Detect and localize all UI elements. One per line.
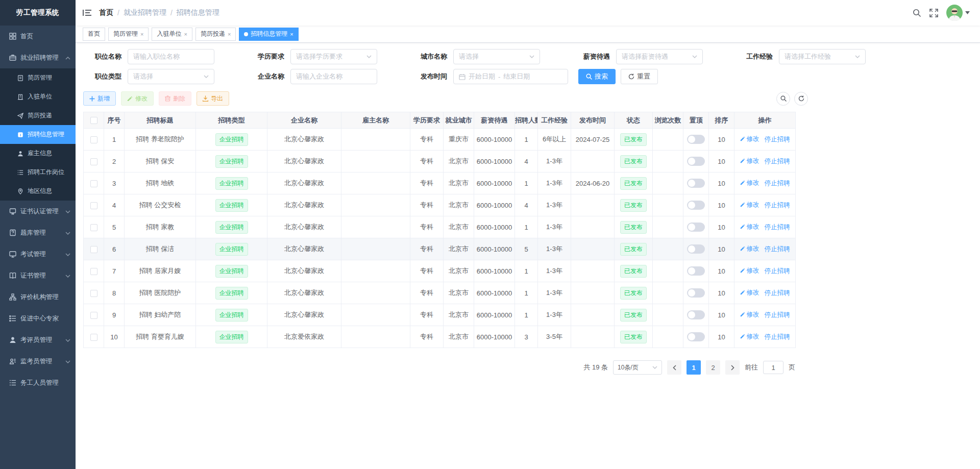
page-button-2[interactable]: 2 [706, 360, 720, 375]
row-checkbox[interactable] [90, 268, 97, 275]
tab-active[interactable]: 招聘信息管理× [239, 28, 298, 41]
edit-link[interactable]: 修改 [740, 310, 760, 319]
edit-link[interactable]: 修改 [740, 332, 760, 341]
row-select-cell [84, 238, 104, 260]
education-select[interactable]: 请选择学历要求 [290, 49, 377, 64]
top-toggle[interactable] [687, 288, 705, 298]
page-button-1[interactable]: 1 [687, 360, 701, 375]
top-toggle[interactable] [687, 332, 705, 341]
stop-recruiting-link[interactable]: 停止招聘 [765, 135, 790, 144]
sidebar-subitem[interactable]: 简历管理 [0, 68, 76, 87]
close-icon[interactable]: × [228, 31, 231, 37]
edit-link[interactable]: 修改 [740, 201, 760, 209]
row-checkbox[interactable] [90, 290, 97, 297]
next-page-button[interactable] [725, 360, 740, 375]
edit-link[interactable]: 修改 [740, 288, 760, 297]
sidebar-subitem[interactable]: 简历投递 [0, 106, 76, 125]
sidebar-subitem[interactable]: 招聘工作岗位 [0, 163, 76, 182]
cell-top [683, 304, 709, 326]
column-header: 雇主名称 [341, 112, 410, 129]
select-all-checkbox[interactable] [90, 117, 97, 124]
top-toggle[interactable] [687, 244, 705, 254]
tab-item[interactable]: 首页 [83, 28, 105, 41]
stop-recruiting-link[interactable]: 停止招聘 [765, 289, 790, 298]
goto-page-input[interactable]: 1 [763, 361, 783, 374]
toggle-search-icon[interactable] [776, 92, 790, 106]
stop-recruiting-link[interactable]: 停止招聘 [765, 267, 790, 276]
filter-label: 发布时间 [409, 72, 447, 81]
salary-select[interactable]: 请选择薪资待遇 [616, 49, 703, 64]
add-button[interactable]: 新增 [83, 91, 116, 106]
sidebar-item[interactable]: 考评员管理 [0, 329, 76, 351]
close-icon[interactable]: × [184, 31, 187, 37]
experience-select[interactable]: 请选择工作经验 [779, 49, 866, 64]
cell-index: 5 [104, 216, 125, 238]
sidebar-item[interactable]: 证书管理 [0, 265, 76, 286]
refresh-table-icon[interactable] [794, 92, 808, 106]
position-type-select[interactable]: 请选择 [128, 69, 214, 84]
export-button[interactable]: 导出 [197, 91, 229, 106]
sidebar-item[interactable]: 考试管理 [0, 243, 76, 265]
tab-item[interactable]: 简历管理× [108, 28, 149, 41]
sidebar-item[interactable]: 证书认证管理 [0, 201, 76, 222]
stop-recruiting-link[interactable]: 停止招聘 [765, 311, 790, 319]
edit-link[interactable]: 修改 [740, 223, 760, 231]
edit-button[interactable]: 修改 [121, 91, 154, 106]
publish-time-range[interactable]: 开始日期 - 结束日期 [453, 69, 568, 84]
edit-link[interactable]: 修改 [740, 266, 760, 275]
prev-page-button[interactable] [667, 360, 681, 375]
sidebar-subitem[interactable]: 地区信息 [0, 182, 76, 201]
sidebar-item[interactable]: 促进中心专家 [0, 308, 76, 329]
sidebar-item[interactable]: 就业招聘管理 [0, 47, 76, 68]
sidebar-item[interactable]: 题库管理 [0, 222, 76, 243]
row-checkbox[interactable] [90, 180, 97, 187]
close-icon[interactable]: × [290, 31, 293, 37]
user-menu[interactable] [946, 5, 970, 21]
edit-link[interactable]: 修改 [740, 179, 760, 187]
search-icon[interactable] [913, 9, 921, 17]
row-checkbox[interactable] [90, 246, 97, 253]
tab-item[interactable]: 入驻单位× [152, 28, 192, 41]
sidebar-item[interactable]: 评价机构管理 [0, 286, 76, 308]
stop-recruiting-link[interactable]: 停止招聘 [765, 333, 790, 341]
city-select[interactable]: 请选择 [453, 49, 540, 64]
row-checkbox[interactable] [90, 312, 97, 319]
fullscreen-icon[interactable] [929, 9, 938, 17]
top-toggle[interactable] [687, 157, 705, 166]
stop-recruiting-link[interactable]: 停止招聘 [765, 223, 790, 232]
sidebar-subitem[interactable]: i招聘信息管理 [0, 125, 76, 144]
delete-button[interactable]: 删除 [159, 91, 191, 106]
row-checkbox[interactable] [90, 334, 97, 341]
stop-recruiting-link[interactable]: 停止招聘 [765, 179, 790, 188]
close-icon[interactable]: × [140, 31, 143, 37]
stop-recruiting-link[interactable]: 停止招聘 [765, 245, 790, 254]
stop-recruiting-link[interactable]: 停止招聘 [765, 157, 790, 166]
edit-link[interactable]: 修改 [740, 157, 760, 165]
row-checkbox[interactable] [90, 136, 97, 143]
row-checkbox[interactable] [90, 224, 97, 231]
edit-link[interactable]: 修改 [740, 135, 760, 143]
sidebar-item[interactable]: 务工人员管理 [0, 372, 76, 393]
page-size-select[interactable]: 10条/页 [613, 360, 662, 375]
top-toggle[interactable] [687, 179, 705, 188]
reset-button[interactable]: 重置 [621, 69, 658, 84]
sidebar-item[interactable]: 监考员管理 [0, 351, 76, 372]
top-toggle[interactable] [687, 223, 705, 232]
sidebar-item[interactable]: 首页 [0, 26, 76, 47]
row-checkbox[interactable] [90, 202, 97, 209]
sidebar-subitem[interactable]: 入驻单位 [0, 87, 76, 106]
hamburger-icon[interactable] [83, 9, 92, 17]
row-checkbox[interactable] [90, 158, 97, 165]
company-input[interactable]: 请输入企业名称 [290, 69, 377, 84]
breadcrumb-item[interactable]: 首页 [99, 8, 113, 17]
top-toggle[interactable] [687, 135, 705, 144]
search-button[interactable]: 搜索 [578, 69, 616, 84]
stop-recruiting-link[interactable]: 停止招聘 [765, 201, 790, 210]
top-toggle[interactable] [687, 266, 705, 276]
sidebar-subitem[interactable]: 雇主信息 [0, 144, 76, 163]
edit-link[interactable]: 修改 [740, 244, 760, 253]
top-toggle[interactable] [687, 310, 705, 319]
position-name-input[interactable]: 请输入职位名称 [128, 49, 214, 64]
top-toggle[interactable] [687, 201, 705, 210]
tab-item[interactable]: 简历投递× [195, 28, 236, 41]
